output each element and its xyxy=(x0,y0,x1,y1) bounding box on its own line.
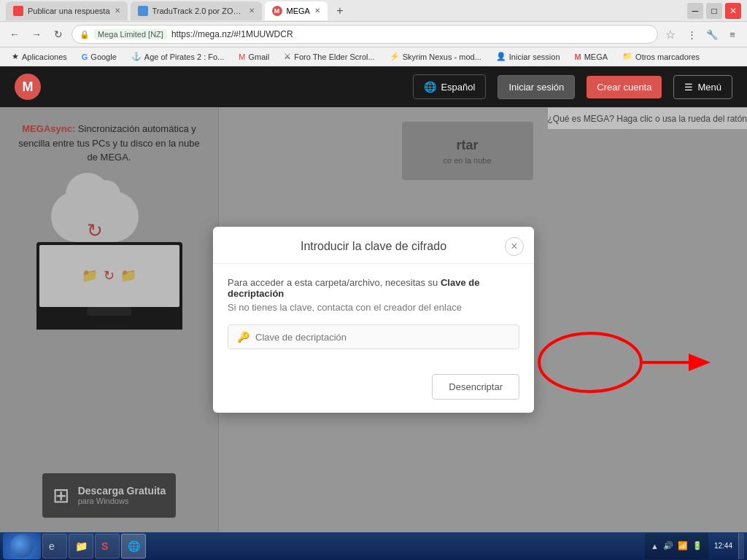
language-label: Español xyxy=(441,82,475,93)
forward-button[interactable]: → xyxy=(28,26,45,43)
login-button[interactable]: Iniciar sesión xyxy=(498,75,575,99)
tab3-favicon: M xyxy=(272,6,282,16)
tab-publicar[interactable]: Publicar una respuesta ✕ xyxy=(6,1,128,20)
refresh-button[interactable]: ↻ xyxy=(50,26,67,43)
tray-speaker-icon[interactable]: 🔊 xyxy=(663,541,673,551)
decrypt-key-input[interactable] xyxy=(255,332,510,343)
register-button[interactable]: Crear cuenta xyxy=(587,76,662,98)
bookmark-skyrimnexus[interactable]: ⚡ Skyrim Nexus - mod... xyxy=(384,50,487,63)
gmail-label: Gmail xyxy=(248,52,269,61)
tab3-close[interactable]: ✕ xyxy=(314,7,320,15)
close-button[interactable]: ✕ xyxy=(725,3,741,19)
taskbar-explorer[interactable]: 📁 xyxy=(69,534,93,559)
tab2-close[interactable]: ✕ xyxy=(249,7,255,15)
s4-icon: S xyxy=(101,540,113,552)
toolbar-icons: ⋮ 🔧 ≡ xyxy=(683,26,741,43)
modal-close-button[interactable]: × xyxy=(505,237,524,256)
new-tab-button[interactable]: + xyxy=(330,1,349,20)
menu-icon: ☰ xyxy=(684,82,693,93)
bookmark-mega[interactable]: M MEGA xyxy=(569,51,614,63)
modal-header: Introducir la clave de cifrado × xyxy=(213,227,534,264)
menu-button[interactable]: ☰ Menú xyxy=(673,75,732,99)
tab2-label: TraduTrack 2.0 por ZOMB... xyxy=(152,7,244,15)
tray-network-icon[interactable]: 📶 xyxy=(678,541,688,551)
ie-icon: e xyxy=(49,540,61,552)
ageofpirates-label: Age of Pirates 2 : Fo... xyxy=(144,52,224,61)
modal-overlay[interactable]: Introducir la clave de cifrado × Para ac… xyxy=(0,107,747,532)
gmail-icon: M xyxy=(239,52,245,61)
tab1-close[interactable]: ✕ xyxy=(115,7,120,15)
language-selector[interactable]: 🌐 Español xyxy=(413,74,486,99)
address-bar[interactable]: 🔒 Mega Limited [NZ] https://mega.nz/#!1M… xyxy=(71,25,658,44)
tray-arrow-icon[interactable]: ▲ xyxy=(651,542,659,551)
toolbar-menu[interactable]: ≡ xyxy=(724,26,741,43)
close-icon: × xyxy=(511,240,517,253)
ssl-icon: 🔒 xyxy=(80,30,90,39)
svg-marker-2 xyxy=(689,354,711,371)
decrypt-modal: Introducir la clave de cifrado × Para ac… xyxy=(213,227,534,413)
ageofpirates-icon: ⚓ xyxy=(131,52,142,61)
aplicaciones-icon: ★ xyxy=(12,52,19,61)
ssl-label: Mega Limited [NZ] xyxy=(94,29,167,39)
tab3-label: MEGA xyxy=(287,7,310,15)
minimize-button[interactable]: ─ xyxy=(687,3,703,19)
taskbar-s4[interactable]: S xyxy=(95,534,120,559)
elderscrolls-icon: ⚔ xyxy=(284,52,291,61)
mega-logo[interactable]: M xyxy=(15,74,41,100)
bookmark-star[interactable]: ☆ xyxy=(665,28,676,42)
iniciar-icon: 👤 xyxy=(496,52,506,61)
decrypt-input-wrapper: 🔑 xyxy=(228,324,519,349)
mega-logo-letter: M xyxy=(23,79,34,95)
bookmark-otros[interactable]: 📁 Otros marcadores xyxy=(616,50,705,63)
decrypt-button[interactable]: Desencriptar xyxy=(432,374,519,400)
login-label: Iniciar sesión xyxy=(508,82,564,93)
taskbar-chrome[interactable]: 🌐 xyxy=(121,534,146,559)
megabookmark-icon: M xyxy=(575,52,581,61)
bookmark-iniciar[interactable]: 👤 Iniciar session xyxy=(490,50,566,63)
elderscrolls-label: Foro The Elder Scrol... xyxy=(294,52,374,61)
url-text: https://mega.nz/#!1MUUWDCR xyxy=(171,29,650,39)
svg-point-0 xyxy=(539,333,641,392)
otros-icon: 📁 xyxy=(622,52,632,61)
tray-battery-icon[interactable]: 🔋 xyxy=(692,541,703,551)
show-desktop-button[interactable] xyxy=(738,533,744,559)
toolbar-extra[interactable]: 🔧 xyxy=(703,26,721,43)
modal-hint: Si no tienes la clave, contacta con el c… xyxy=(228,302,519,313)
tab1-label: Publicar una respuesta xyxy=(28,7,110,15)
google-label: Google xyxy=(90,52,116,61)
browser-titlebar: Publicar una respuesta ✕ TraduTrack 2.0 … xyxy=(0,0,747,22)
start-button[interactable] xyxy=(3,533,41,559)
bookmark-gmail[interactable]: M Gmail xyxy=(233,51,275,63)
menu-label: Menú xyxy=(697,82,721,93)
modal-title: Introducir la clave de cifrado xyxy=(301,240,446,253)
globe-icon: 🌐 xyxy=(424,81,436,93)
otros-label: Otros marcadores xyxy=(635,52,700,61)
clock-time: 12:44 xyxy=(714,541,732,551)
bookmark-google[interactable]: G Google xyxy=(76,51,123,63)
tab2-favicon xyxy=(138,6,148,16)
taskbar-ie[interactable]: e xyxy=(42,534,67,559)
key-icon: 🔑 xyxy=(237,331,249,343)
modal-desc-text1: Para acceder a esta carpeta/archivo, nec… xyxy=(228,277,441,288)
skyrimnexus-label: Skyrim Nexus - mod... xyxy=(403,52,481,61)
toolbar-settings[interactable]: ⋮ xyxy=(683,26,700,43)
mega-navbar: M 🌐 Español Iniciar sesión Crear cuenta … xyxy=(0,66,747,107)
tab-tradutrack[interactable]: TraduTrack 2.0 por ZOMB... ✕ xyxy=(131,1,262,20)
modal-description: Para acceder a esta carpeta/archivo, nec… xyxy=(228,277,519,299)
back-button[interactable]: ← xyxy=(6,26,23,43)
arrow-annotation xyxy=(535,326,718,402)
modal-body: Para acceder a esta carpeta/archivo, nec… xyxy=(213,264,534,374)
register-label: Crear cuenta xyxy=(597,82,651,93)
google-icon: G xyxy=(82,52,88,61)
bookmark-ageofpirates[interactable]: ⚓ Age of Pirates 2 : Fo... xyxy=(125,50,230,63)
skyrimnexus-icon: ⚡ xyxy=(390,52,400,61)
modal-footer: Desencriptar xyxy=(213,374,534,413)
bookmark-aplicaciones[interactable]: ★ Aplicaciones xyxy=(6,50,73,63)
megabookmark-label: MEGA xyxy=(584,52,608,61)
tab-mega[interactable]: M MEGA ✕ xyxy=(265,1,328,20)
aplicaciones-label: Aplicaciones xyxy=(22,52,67,61)
tab1-favicon xyxy=(13,6,23,16)
bookmark-elderscrolls[interactable]: ⚔ Foro The Elder Scrol... xyxy=(278,50,380,63)
taskbar-tray: ▲ 🔊 📶 🔋 xyxy=(645,533,708,559)
maximize-button[interactable]: □ xyxy=(706,3,722,19)
